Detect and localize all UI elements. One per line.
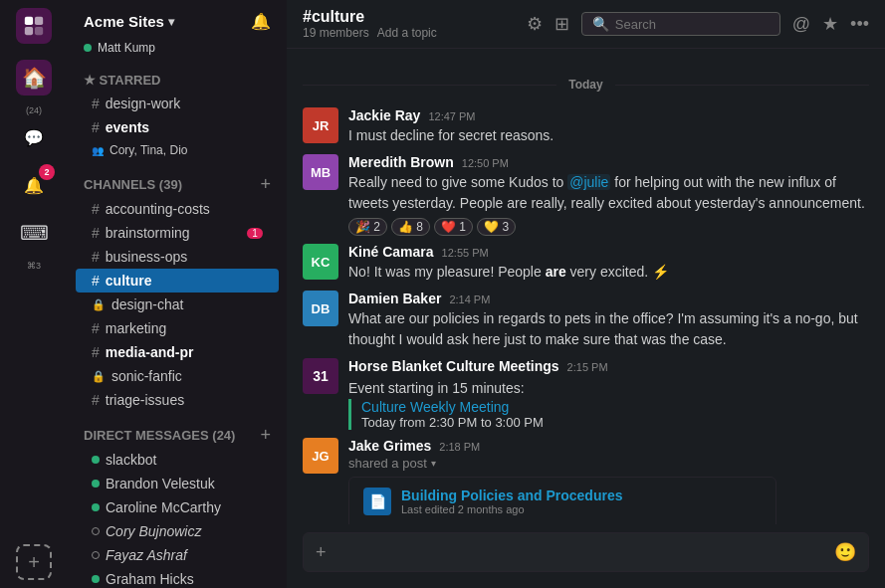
message-input-box: + 🙂	[303, 532, 869, 572]
msg-text-damien1: What are our policies in regards to pets…	[348, 308, 869, 350]
doc-title[interactable]: Building Policies and Procedures	[401, 488, 623, 503]
message-calendar: 31 Horse Blanket Culture Meetings 2:15 P…	[287, 354, 885, 434]
calendar-icon: 31	[303, 358, 338, 394]
add-channel-icon[interactable]: +	[260, 175, 271, 193]
cory-status	[92, 527, 100, 535]
sidebar-item-sonic-fanfic[interactable]: 🔒 sonic-fanfic	[76, 364, 279, 388]
add-workspace-button[interactable]: +	[16, 544, 52, 580]
search-input[interactable]	[615, 17, 755, 32]
channels-label: CHANNELS (39)	[84, 177, 182, 192]
gear-icon[interactable]: ⚙	[527, 13, 543, 35]
event-time: Today from 2:30 PM to 3:00 PM	[361, 415, 869, 430]
message-input-area: + 🙂	[287, 524, 885, 588]
channels-header[interactable]: CHANNELS (39) +	[68, 169, 287, 197]
bookmark-icon[interactable]: ★	[822, 13, 838, 35]
msg-content-jackie: Jackie Ray 12:47 PM I must decline for s…	[348, 107, 869, 146]
avatar-kine: KC	[303, 244, 338, 280]
starred-label: ★ STARRED	[84, 73, 160, 88]
slackbot-status	[92, 456, 100, 464]
dm-label: DIRECT MESSAGES (24)	[84, 428, 235, 443]
channel-meta: 19 members Add a topic	[303, 26, 437, 40]
msg-header-kine: Kiné Camara 12:55 PM	[348, 244, 869, 260]
reaction-heart[interactable]: ❤️ 1	[434, 218, 473, 236]
messages-area: Today JR Jackie Ray 12:47 PM I must decl…	[287, 49, 885, 524]
starred-header[interactable]: ★ STARRED	[68, 67, 287, 92]
svg-rect-0	[25, 17, 33, 25]
shared-dropdown-icon[interactable]: ▾	[431, 458, 436, 469]
starred-section: ★ STARRED # design-work # events 👥 Cory,…	[68, 63, 287, 165]
activity-apps[interactable]: ⌨ ⌘3	[16, 215, 52, 271]
msg-content-damien1: Damien Baker 2:14 PM What are our polici…	[348, 291, 869, 350]
dm-item-graham[interactable]: Graham Hicks	[76, 567, 279, 588]
msg-author-kine: Kiné Camara	[348, 244, 434, 260]
shared-label: shared a post ▾	[348, 456, 869, 471]
message-input[interactable]	[334, 544, 826, 560]
reaction-thumbsup[interactable]: 👍 8	[391, 218, 430, 236]
channel-title-area: #culture 19 members Add a topic	[303, 8, 437, 40]
doc-edited: Last edited 2 months ago	[401, 503, 623, 515]
doc-title-area: Building Policies and Procedures Last ed…	[401, 488, 623, 515]
msg-time-kine: 12:55 PM	[442, 247, 489, 259]
sidebar-item-marketing[interactable]: # marketing	[76, 316, 279, 340]
sidebar-item-design-work[interactable]: # design-work	[76, 92, 279, 115]
emoji-picker-icon[interactable]: 🙂	[834, 541, 856, 563]
event-border: Culture Weekly Meeting Today from 2:30 P…	[348, 399, 869, 430]
sidebar-item-triage-issues[interactable]: # triage-issues	[76, 388, 279, 412]
sidebar-item-accounting-costs[interactable]: # accounting-costs	[76, 197, 279, 221]
search-bar[interactable]: 🔍	[581, 12, 780, 36]
sidebar: Acme Sites ▾ 🔔 Matt Kump ★ STARRED # des…	[68, 0, 287, 588]
msg-time-meredith: 12:50 PM	[462, 157, 509, 169]
msg-author-meredith: Meredith Brown	[348, 154, 454, 170]
mention-icon[interactable]: 🔔 2	[16, 167, 52, 203]
sidebar-item-media-and-pr[interactable]: # media-and-pr	[76, 340, 279, 364]
avatar-meredith: MB	[303, 154, 338, 190]
dm-item-fayaz[interactable]: Fayaz Ashraf	[76, 543, 279, 567]
sidebar-item-business-ops[interactable]: # business-ops	[76, 245, 279, 269]
dm-icon[interactable]: 💬	[16, 119, 52, 155]
add-dm-icon[interactable]: +	[260, 426, 271, 444]
msg-time-jake: 2:18 PM	[439, 441, 480, 453]
activity-home[interactable]: 🏠 (24)	[16, 60, 52, 115]
dm-header[interactable]: DIRECT MESSAGES (24) +	[68, 420, 287, 448]
home-label: (24)	[26, 105, 42, 115]
more-icon[interactable]: •••	[850, 14, 869, 35]
sidebar-item-design-chat[interactable]: 🔒 design-chat	[76, 293, 279, 316]
msg-header-damien1: Damien Baker 2:14 PM	[348, 291, 869, 306]
graham-status	[92, 575, 100, 583]
event-intro-text: Event starting in 15 minutes:	[348, 378, 869, 399]
msg-header-calendar: Horse Blanket Culture Meetings 2:15 PM	[348, 358, 869, 374]
dm-item-slackbot[interactable]: slackbot	[76, 448, 279, 472]
event-link[interactable]: Culture Weekly Meeting	[361, 399, 509, 415]
attach-icon[interactable]: +	[316, 542, 327, 563]
svg-rect-1	[35, 17, 43, 25]
notification-bell-icon[interactable]: 🔔	[251, 12, 271, 31]
message-kine: KC Kiné Camara 12:55 PM No! It was my pl…	[287, 240, 885, 287]
message-jake: JG Jake Grimes 2:18 PM shared a post ▾ 📄…	[287, 434, 885, 524]
workspace-chevron: ▾	[168, 15, 174, 29]
dm-item-brandon[interactable]: Brandon Velestuk	[76, 472, 279, 495]
reaction-yellow-heart[interactable]: 💛 3	[477, 218, 516, 236]
workspace-header[interactable]: Acme Sites ▾ 🔔	[68, 0, 287, 39]
layout-icon[interactable]: ⊞	[554, 13, 569, 35]
activity-mentions[interactable]: 🔔 2	[16, 167, 52, 211]
dm-item-cory[interactable]: Cory Bujnowicz	[76, 519, 279, 543]
message-meredith: MB Meredith Brown 12:50 PM Really need t…	[287, 150, 885, 240]
sidebar-item-events[interactable]: # events	[76, 115, 279, 139]
event-box: Event starting in 15 minutes: Culture We…	[348, 378, 869, 430]
sidebar-item-culture[interactable]: # culture	[76, 269, 279, 293]
activity-dm[interactable]: 💬	[16, 119, 52, 163]
doc-icon: 📄	[363, 488, 391, 515]
apps-icon[interactable]: ⌨	[16, 215, 52, 251]
avatar-jake: JG	[303, 438, 338, 474]
dm-item-caroline[interactable]: Caroline McCarthy	[76, 495, 279, 519]
at-icon[interactable]: @	[792, 14, 810, 35]
sidebar-item-brainstorming[interactable]: # brainstorming 1	[76, 221, 279, 245]
reaction-celebrate[interactable]: 🎉 2	[348, 218, 387, 236]
sidebar-item-cory-tina-dio[interactable]: 👥 Cory, Tina, Dio	[76, 139, 279, 161]
workspace-logo[interactable]	[16, 8, 52, 44]
channels-section: CHANNELS (39) + # accounting-costs # bra…	[68, 165, 287, 416]
date-divider: Today	[287, 77, 885, 92]
mention-julie[interactable]: @julie	[567, 174, 610, 190]
add-topic-link[interactable]: Add a topic	[377, 26, 437, 40]
home-icon[interactable]: 🏠	[16, 60, 52, 96]
